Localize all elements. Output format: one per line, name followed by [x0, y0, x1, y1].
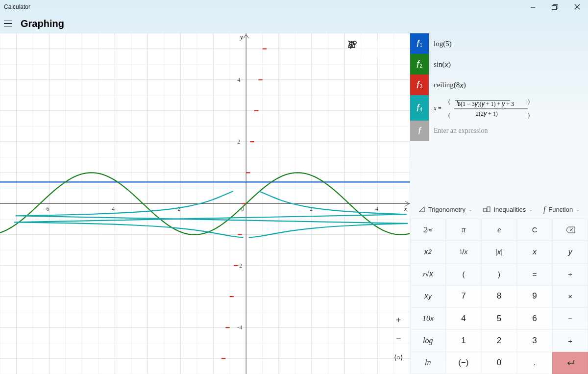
equation-row[interactable]: f1 log(5): [410, 33, 588, 54]
svg-text:4: 4: [237, 76, 240, 83]
key-5[interactable]: 5: [481, 307, 517, 329]
function-color-tile[interactable]: f2: [410, 54, 429, 75]
svg-text:-6: -6: [44, 205, 49, 212]
graph-canvas[interactable]: xy-6-4-224-4-2240 + − ⟨○⟩: [0, 33, 410, 374]
key-[interactable]: [552, 352, 588, 374]
app-title: Calculator: [4, 3, 30, 10]
keypad: 2ndπeCx21/x|x|xyy√x()=÷xy789×10x456−log1…: [410, 219, 588, 374]
equation-row[interactable]: f2 sin(x): [410, 54, 588, 75]
key-0[interactable]: 0: [481, 352, 517, 374]
key-2[interactable]: 2: [481, 329, 517, 351]
close-button[interactable]: [566, 0, 588, 14]
key-[interactable]: [552, 219, 588, 241]
key-log[interactable]: log: [410, 329, 446, 351]
key-e[interactable]: e: [481, 219, 517, 241]
function-color-tile[interactable]: f: [410, 121, 429, 141]
chevron-down-icon: ⌄: [529, 207, 533, 212]
key-[interactable]: π: [446, 219, 482, 241]
key-c[interactable]: C: [517, 219, 553, 241]
key-1x[interactable]: 1/x: [446, 241, 482, 263]
svg-text:(: (: [448, 98, 450, 105]
function-f-icon: f: [543, 205, 545, 214]
svg-text:2: 2: [237, 138, 240, 145]
svg-text:y: y: [240, 34, 243, 41]
graph-settings-icon[interactable]: [389, 40, 408, 58]
svg-text:2: 2: [310, 205, 313, 212]
svg-text:2(2y + 1): 2(2y + 1): [476, 110, 498, 117]
svg-text:-4: -4: [237, 324, 242, 331]
svg-text:(: (: [448, 112, 450, 119]
key-1[interactable]: 1: [446, 329, 482, 351]
svg-rect-0: [552, 5, 557, 9]
function-color-tile[interactable]: f3: [410, 75, 429, 95]
key-[interactable]: ×: [552, 285, 588, 307]
trig-icon: [418, 206, 425, 213]
equation-text[interactable]: sin(x): [429, 54, 588, 75]
key-x[interactable]: x: [517, 241, 553, 263]
graph-plot: xy-6-4-224-4-2240: [0, 33, 410, 374]
page-title: Graphing: [21, 18, 64, 29]
zoom-controls: + − ⟨○⟩: [390, 311, 407, 366]
key-4[interactable]: 4: [446, 307, 482, 329]
zoom-out-button[interactable]: −: [390, 330, 407, 348]
equation-entry-row[interactable]: f Enter an expression: [410, 121, 588, 141]
key-[interactable]: (: [446, 263, 482, 285]
equation-list: f1 log(5) f2 sin(x) f3 ceiling(8x) f4 x …: [410, 33, 588, 141]
key-6[interactable]: 6: [517, 307, 553, 329]
equation-text[interactable]: x = ( ( 5(1 − 3y)(y + 1) + y + 3 2(2y + …: [429, 95, 588, 121]
equation-input[interactable]: Enter an expression: [429, 121, 588, 141]
key-[interactable]: (−): [446, 352, 482, 374]
key-x[interactable]: |x|: [481, 241, 517, 263]
equation-row[interactable]: f4 x = ( ( 5(1 − 3y)(y + 1) + y + 3 2(2y…: [410, 95, 588, 121]
key-8[interactable]: 8: [481, 285, 517, 307]
equation-row[interactable]: f3 ceiling(8x): [410, 75, 588, 95]
minimize-button[interactable]: ─: [522, 0, 544, 14]
key-[interactable]: .: [517, 352, 553, 374]
svg-text:-4: -4: [110, 205, 115, 212]
key-[interactable]: =: [517, 263, 553, 285]
keypad-category-bar: Trigonometry⌄ Inequalities⌄ f Function⌄: [410, 200, 588, 219]
key-x[interactable]: x2: [410, 241, 446, 263]
svg-text:): ): [528, 112, 530, 119]
svg-text:5(1 − 3y)(y + 1) + y + 3: 5(1 − 3y)(y + 1) + y + 3: [458, 100, 514, 107]
svg-text:4: 4: [375, 205, 378, 212]
zoom-reset-button[interactable]: ⟨○⟩: [390, 349, 407, 366]
function-category[interactable]: f Function⌄: [543, 205, 580, 214]
inequalities-icon: [483, 206, 491, 212]
svg-text:): ): [528, 98, 530, 105]
key-[interactable]: ): [481, 263, 517, 285]
function-color-tile[interactable]: f4: [410, 95, 429, 121]
maximize-button[interactable]: [544, 0, 566, 14]
chevron-down-icon: ⌄: [468, 207, 472, 212]
key-[interactable]: ÷: [552, 263, 588, 285]
window-title-bar: Calculator ─: [0, 0, 588, 14]
function-panel: f1 log(5) f2 sin(x) f3 ceiling(8x) f4 x …: [410, 33, 588, 374]
key-10[interactable]: 10x: [410, 307, 446, 329]
share-icon[interactable]: [368, 40, 388, 58]
key-x[interactable]: y√x: [410, 263, 446, 285]
key-y[interactable]: y: [552, 241, 588, 263]
svg-text:-2: -2: [237, 262, 242, 269]
key-3[interactable]: 3: [517, 329, 553, 351]
key-[interactable]: +: [552, 329, 588, 351]
inequalities-category[interactable]: Inequalities⌄: [483, 206, 533, 213]
svg-text:x: x: [404, 205, 407, 212]
key-ln[interactable]: ln: [410, 352, 446, 374]
key-2nd[interactable]: 2nd: [410, 219, 446, 241]
graph-toolbar: [347, 40, 408, 58]
key-9[interactable]: 9: [517, 285, 553, 307]
equation-text[interactable]: log(5): [429, 33, 588, 54]
zoom-in-button[interactable]: +: [390, 311, 407, 329]
svg-text:x =: x =: [434, 105, 441, 112]
key-[interactable]: −: [552, 307, 588, 329]
menu-icon[interactable]: [4, 21, 14, 27]
key-7[interactable]: 7: [446, 285, 482, 307]
key-x[interactable]: xy: [410, 285, 446, 307]
window-controls: ─: [522, 0, 588, 14]
chevron-down-icon: ⌄: [576, 207, 580, 212]
function-color-tile[interactable]: f1: [410, 33, 429, 54]
page-header: Graphing: [0, 14, 588, 33]
trig-category[interactable]: Trigonometry⌄: [418, 206, 472, 213]
svg-rect-109: [484, 208, 487, 212]
equation-text[interactable]: ceiling(8x): [429, 75, 588, 95]
